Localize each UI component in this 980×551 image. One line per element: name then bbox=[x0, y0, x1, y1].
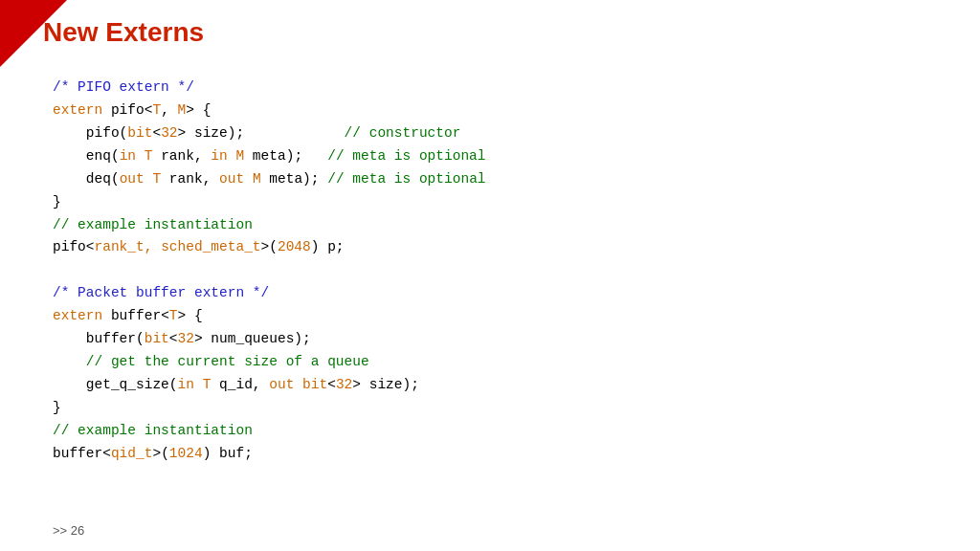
code-token: deq( bbox=[53, 171, 120, 187]
code-token: meta); bbox=[261, 171, 328, 187]
code-token: < bbox=[327, 377, 336, 392]
code-line: // example instantiation bbox=[53, 214, 951, 237]
code-token: in bbox=[211, 148, 227, 164]
code-token: // get the current size of a queue bbox=[53, 354, 369, 369]
code-token: rank, bbox=[161, 171, 219, 187]
code-line: pifo(bit<32> size); // constructor bbox=[53, 122, 951, 145]
code-token: ) p; bbox=[311, 239, 345, 254]
code-token: < bbox=[152, 125, 161, 141]
code-token bbox=[194, 377, 203, 392]
code-token: > num_queues); bbox=[194, 331, 311, 346]
code-line: extern pifo<T, M> { bbox=[53, 99, 951, 122]
code-token: qid_t bbox=[111, 446, 153, 461]
code-token: get_q_size( bbox=[53, 377, 178, 392]
code-token: buffer( bbox=[53, 331, 145, 346]
code-token: bit bbox=[145, 331, 169, 346]
code-token: > size); bbox=[352, 377, 419, 392]
code-token: } bbox=[53, 194, 61, 209]
code-token: extern bbox=[53, 102, 102, 118]
code-token: M bbox=[253, 171, 261, 187]
code-token: M bbox=[178, 102, 187, 118]
code-token: // meta is optional bbox=[327, 148, 485, 164]
code-token: 32 bbox=[161, 125, 177, 141]
code-line bbox=[53, 259, 951, 282]
code-token: 2048 bbox=[278, 239, 311, 254]
code-token: in bbox=[120, 148, 136, 164]
code-line: // example instantiation bbox=[53, 420, 951, 443]
code-token: bit bbox=[302, 377, 327, 392]
code-token: M bbox=[235, 148, 244, 164]
code-token: , bbox=[161, 102, 177, 118]
code-token: 1024 bbox=[169, 446, 203, 461]
code-token: rank, bbox=[152, 148, 211, 164]
code-line: pifo<rank_t, sched_meta_t>(2048) p; bbox=[53, 236, 951, 259]
code-token: T bbox=[152, 102, 161, 118]
code-token: pifo< bbox=[102, 102, 152, 118]
code-token: out bbox=[269, 377, 294, 392]
code-token: rank_t, sched_meta_t bbox=[95, 239, 261, 254]
code-line: get_q_size(in T q_id, out bit<32> size); bbox=[53, 374, 951, 397]
code-token bbox=[53, 262, 61, 277]
code-token: pifo< bbox=[53, 239, 95, 254]
slide-number: >> 26 bbox=[53, 523, 84, 538]
code-token: T bbox=[152, 171, 161, 187]
code-line: /* Packet buffer extern */ bbox=[53, 282, 951, 305]
code-token: } bbox=[53, 400, 61, 415]
code-token: >( bbox=[152, 446, 168, 461]
code-token: meta); bbox=[244, 148, 327, 164]
code-line: buffer(bit<32> num_queues); bbox=[53, 328, 951, 351]
code-token: // meta is optional bbox=[327, 171, 485, 187]
code-token: buffer< bbox=[102, 308, 169, 323]
code-token: bit bbox=[127, 125, 152, 141]
code-token: /* PIFO extern */ bbox=[53, 79, 194, 95]
code-token: out bbox=[219, 171, 244, 187]
code-token: < bbox=[169, 331, 178, 346]
page-title: New Externs bbox=[43, 17, 204, 48]
code-token: pifo( bbox=[53, 125, 127, 141]
code-token: in bbox=[178, 377, 194, 392]
code-line: } bbox=[53, 191, 951, 214]
code-token bbox=[136, 148, 145, 164]
code-token: enq( bbox=[53, 148, 120, 164]
code-token: /* Packet buffer extern */ bbox=[53, 285, 269, 300]
code-token: > size); bbox=[178, 125, 345, 141]
code-token: > { bbox=[178, 308, 203, 323]
code-token: > { bbox=[186, 102, 211, 118]
code-token: // example instantiation bbox=[53, 217, 253, 232]
code-token: T bbox=[169, 308, 178, 323]
code-token: out bbox=[120, 171, 145, 187]
code-line: extern buffer<T> { bbox=[53, 305, 951, 328]
code-token: >( bbox=[261, 239, 278, 254]
code-token bbox=[244, 171, 253, 187]
code-section: /* PIFO extern */extern pifo<T, M> { pif… bbox=[53, 77, 951, 466]
code-token: q_id, bbox=[211, 377, 269, 392]
code-line: /* PIFO extern */ bbox=[53, 77, 951, 99]
code-token: 32 bbox=[336, 377, 352, 392]
code-token: // example instantiation bbox=[53, 423, 253, 438]
code-token: extern bbox=[53, 308, 102, 323]
code-line: enq(in T rank, in M meta); // meta is op… bbox=[53, 145, 951, 168]
code-token: ) buf; bbox=[203, 446, 253, 461]
code-token: // constructor bbox=[345, 125, 461, 141]
code-token bbox=[294, 377, 302, 392]
code-line: } bbox=[53, 397, 951, 420]
code-line: // get the current size of a queue bbox=[53, 351, 951, 374]
code-token: 32 bbox=[178, 331, 194, 346]
code-line: buffer<qid_t>(1024) buf; bbox=[53, 443, 951, 466]
code-token: buffer< bbox=[53, 446, 111, 461]
code-line: deq(out T rank, out M meta); // meta is … bbox=[53, 168, 951, 191]
